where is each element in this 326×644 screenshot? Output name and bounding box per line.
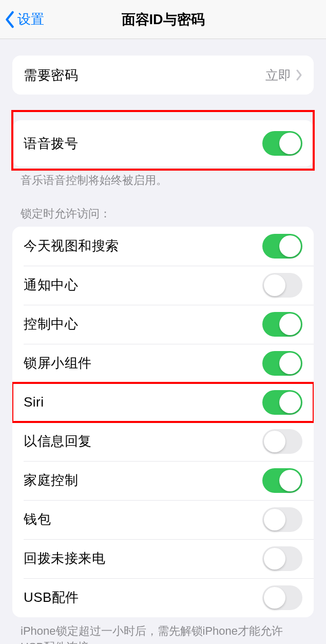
lock-access-item-label: 控制中心 bbox=[24, 315, 78, 333]
lock-access-item-label: 家庭控制 bbox=[24, 471, 78, 489]
lock-access-toggle[interactable] bbox=[262, 390, 302, 415]
back-button[interactable]: 设置 bbox=[4, 10, 44, 28]
lock-access-row: 家庭控制 bbox=[12, 461, 314, 500]
lock-access-toggle[interactable] bbox=[262, 273, 302, 298]
lock-access-row: 通知中心 bbox=[12, 266, 314, 305]
voice-dial-row: 语音拨号 bbox=[12, 120, 314, 167]
lock-access-row: 以信息回复 bbox=[12, 422, 314, 461]
chevron-left-icon bbox=[4, 11, 15, 28]
passcode-group: 需要密码 立即 bbox=[12, 56, 314, 95]
lock-access-item-label: 回拨未接来电 bbox=[24, 549, 105, 567]
lock-access-row: Siri bbox=[12, 383, 314, 422]
lock-access-toggle[interactable] bbox=[262, 429, 302, 454]
lock-access-header: 锁定时允许访问： bbox=[21, 206, 305, 222]
lock-access-toggle[interactable] bbox=[262, 351, 302, 376]
lock-access-row: 回拨未接来电 bbox=[12, 539, 314, 578]
lock-access-row: USB配件 bbox=[12, 578, 314, 617]
lock-access-item-label: USB配件 bbox=[24, 588, 79, 606]
voice-dial-label: 语音拨号 bbox=[24, 135, 78, 153]
lock-access-item-label: Siri bbox=[24, 394, 44, 410]
lock-access-item-label: 通知中心 bbox=[24, 276, 78, 294]
lock-access-toggle[interactable] bbox=[262, 546, 302, 571]
lock-access-row: 锁屏小组件 bbox=[12, 344, 314, 383]
back-label: 设置 bbox=[17, 10, 44, 28]
voice-dial-toggle[interactable] bbox=[262, 131, 302, 156]
require-passcode-row[interactable]: 需要密码 立即 bbox=[12, 56, 314, 95]
lock-access-group: 今天视图和搜索通知中心控制中心锁屏小组件Siri以信息回复家庭控制钱包回拨未接来… bbox=[12, 227, 314, 617]
lock-access-toggle[interactable] bbox=[262, 468, 302, 493]
lock-access-item-label: 钱包 bbox=[24, 510, 51, 528]
chevron-right-icon bbox=[296, 69, 302, 81]
lock-access-toggle[interactable] bbox=[262, 312, 302, 337]
lock-access-item-label: 今天视图和搜索 bbox=[24, 237, 119, 255]
lock-access-row: 今天视图和搜索 bbox=[12, 227, 314, 266]
page-title: 面容ID与密码 bbox=[122, 10, 205, 29]
lock-access-item-label: 锁屏小组件 bbox=[24, 354, 92, 372]
lock-access-item-label: 以信息回复 bbox=[24, 432, 92, 450]
require-passcode-value: 立即 bbox=[265, 67, 291, 84]
lock-access-row: 钱包 bbox=[12, 500, 314, 539]
nav-header: 设置 面容ID与密码 bbox=[0, 0, 326, 39]
voice-dial-group: 语音拨号 bbox=[12, 120, 314, 167]
lock-access-row: 控制中心 bbox=[12, 305, 314, 344]
lock-access-footer: iPhone锁定超过一小时后，需先解锁iPhone才能允许USB配件连接。 bbox=[21, 623, 305, 644]
lock-access-toggle[interactable] bbox=[262, 507, 302, 532]
require-passcode-label: 需要密码 bbox=[24, 66, 78, 84]
voice-dial-footer: 音乐语音控制将始终被启用。 bbox=[21, 173, 305, 189]
lock-access-toggle[interactable] bbox=[262, 585, 302, 610]
lock-access-toggle[interactable] bbox=[262, 234, 302, 259]
